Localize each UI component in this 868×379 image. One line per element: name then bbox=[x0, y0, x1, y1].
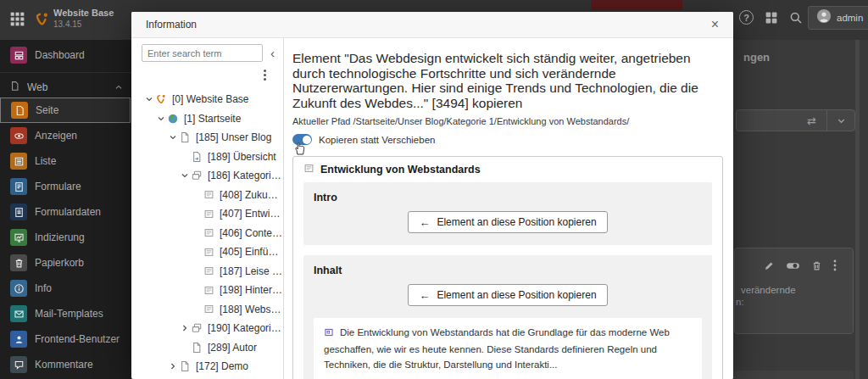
form-icon bbox=[10, 178, 27, 195]
list-icon bbox=[10, 153, 27, 170]
tree-node[interactable]: [408] Zukunft... bbox=[131, 186, 283, 205]
site-version: 13.4.15 bbox=[53, 20, 114, 31]
collapse-tree-button[interactable]: ‹ bbox=[269, 47, 276, 59]
tree-node[interactable]: [172] Demo bbox=[131, 357, 283, 376]
sidebar-item-seite[interactable]: Seite bbox=[0, 98, 131, 123]
background-content-card: verändernde n: bbox=[734, 248, 854, 334]
sidebar-item-anzeigen[interactable]: Anzeigen bbox=[0, 123, 132, 148]
sidebar-item-label: Frontend-Benutzer bbox=[35, 333, 120, 345]
arrow-left-icon: ← bbox=[419, 217, 430, 228]
sidebar-item-label: Formulardaten bbox=[35, 206, 101, 218]
sidebar-item-dashboard[interactable]: Dashboard bbox=[0, 42, 132, 68]
tree-node[interactable]: [289] Autor bbox=[131, 338, 283, 358]
search-icon[interactable] bbox=[788, 10, 804, 25]
tree-node[interactable]: [405] Einführ... bbox=[131, 242, 283, 262]
chevron-down-icon[interactable] bbox=[143, 95, 154, 103]
sidebar-item-indizierung[interactable]: Indizierung bbox=[0, 225, 132, 250]
tree-node[interactable]: [190] Kategorie 2 bbox=[131, 319, 283, 338]
formdata-icon bbox=[10, 203, 27, 220]
sidebar-item-label: Seite bbox=[36, 104, 58, 116]
tree-node-label: [188] Websta... bbox=[220, 304, 283, 315]
content-icon bbox=[202, 265, 215, 276]
help-icon[interactable]: ? bbox=[739, 10, 754, 25]
sidebar-item-kommentare[interactable]: Kommentare bbox=[0, 352, 132, 377]
copy-button-label: Element an diese Position kopieren bbox=[437, 289, 596, 301]
pageDoc-icon bbox=[178, 131, 192, 143]
information-modal: Information × ‹ [0] Website Base[1] Star… bbox=[131, 12, 733, 379]
swap-arrows-icon: ⇄ bbox=[797, 114, 826, 127]
tree-node[interactable]: [0] Website Base bbox=[131, 90, 283, 109]
visibility-toggle-icon bbox=[786, 259, 800, 275]
content-icon bbox=[202, 304, 215, 315]
section-title: Inhalt bbox=[314, 265, 702, 276]
module-menu-toggle-icon[interactable] bbox=[9, 11, 26, 28]
tree-node[interactable]: [198] Hinter d... bbox=[131, 281, 283, 300]
chevron-right-icon[interactable] bbox=[179, 324, 190, 332]
tree-node[interactable]: [407] Entwickl... bbox=[131, 204, 283, 224]
sidebar-item-formulare[interactable]: Formulare bbox=[0, 174, 132, 199]
page-outline-icon bbox=[9, 80, 20, 95]
delete-trash-icon bbox=[811, 259, 822, 275]
tree-node-label: [186] Kategorie 1 bbox=[208, 170, 283, 181]
tree-node-label: [408] Zukunft... bbox=[220, 189, 283, 201]
dashboard-icon bbox=[10, 47, 27, 64]
tree-options-icon[interactable] bbox=[260, 66, 270, 84]
tree-node[interactable]: [186] Kategorie 1 bbox=[131, 166, 283, 186]
avatar-icon bbox=[816, 8, 832, 27]
sidebar-item-label: Formulare bbox=[35, 181, 81, 192]
chevron-down-icon[interactable] bbox=[179, 171, 190, 180]
tree-node-label: [1] Startseite bbox=[184, 113, 241, 125]
tree-node-label: [289] Autor bbox=[208, 342, 257, 354]
tree-node-label: [189] Übersicht bbox=[208, 151, 276, 163]
tree-search-input[interactable] bbox=[142, 44, 263, 62]
content-icon bbox=[202, 209, 215, 220]
user-menu-button[interactable]: admin bbox=[808, 6, 868, 30]
tree-node[interactable]: [406] Content... bbox=[131, 224, 283, 243]
background-text-fragment: verändernde bbox=[741, 285, 853, 295]
site-name: Website Base bbox=[53, 8, 114, 20]
copy-to-position-button[interactable]: ←Element an diese Position kopieren bbox=[408, 211, 607, 233]
page-icon bbox=[11, 102, 28, 119]
chevron-down-icon[interactable] bbox=[155, 114, 166, 123]
sidebar-group-web[interactable]: Web bbox=[0, 76, 132, 98]
sidebar-item-frontend-benutzer[interactable]: Frontend-Benutzer bbox=[0, 326, 132, 352]
user-icon bbox=[10, 331, 27, 348]
copy-to-position-button[interactable]: ←Element an diese Position kopieren bbox=[408, 284, 607, 306]
tree-node[interactable]: [189] Übersicht bbox=[131, 148, 283, 167]
tree-node[interactable]: [188] Websta... bbox=[131, 300, 283, 320]
background-heading-fragment: ngen bbox=[743, 51, 770, 64]
tree-node-label: [198] Hinter d... bbox=[220, 284, 283, 296]
modal-title: Information bbox=[146, 19, 197, 31]
copy-instead-toggle[interactable] bbox=[292, 134, 312, 145]
sidebar-divider bbox=[0, 72, 132, 73]
background-toolbar: ⇄ bbox=[736, 109, 855, 131]
tree-node-label: [190] Kategorie 2 bbox=[208, 322, 283, 334]
tree-node-label: [187] Leise Sc... bbox=[220, 265, 283, 277]
close-icon[interactable]: × bbox=[708, 16, 722, 33]
tree-node[interactable]: [185] Unser Blog bbox=[131, 128, 283, 148]
chevron-up-icon bbox=[114, 80, 123, 95]
chart-icon bbox=[10, 229, 27, 246]
modal-header: Information × bbox=[131, 12, 733, 38]
background-danger-button bbox=[591, 0, 682, 10]
eye-icon bbox=[10, 127, 27, 144]
chevron-right-icon[interactable] bbox=[167, 362, 178, 371]
chevron-down-icon[interactable] bbox=[167, 133, 178, 142]
tree-node-label: [0] Website Base bbox=[172, 93, 249, 105]
tree-node-label: [407] Entwickl... bbox=[220, 208, 283, 220]
pages-icon bbox=[190, 322, 203, 334]
sidebar-item-mail-templates[interactable]: Mail-Templates bbox=[0, 301, 132, 326]
mail-icon bbox=[10, 305, 27, 322]
modules-grid-icon[interactable] bbox=[764, 10, 779, 25]
trash-icon bbox=[10, 254, 27, 271]
panel-section-intro: Intro←Element an diese Position kopieren bbox=[303, 182, 712, 245]
page-tree-panel: ‹ [0] Website Base[1] Startseite[185] Un… bbox=[131, 38, 284, 379]
shortcut-icon bbox=[190, 151, 203, 163]
sidebar-item-formulardaten[interactable]: Formulardaten bbox=[0, 199, 132, 225]
sidebar-item-info[interactable]: Info bbox=[0, 276, 132, 301]
background-scrollbar bbox=[855, 40, 860, 379]
tree-node[interactable]: [1] Startseite bbox=[131, 109, 283, 129]
sidebar-item-liste[interactable]: Liste bbox=[0, 148, 132, 174]
tree-node[interactable]: [187] Leise Sc... bbox=[131, 262, 283, 281]
sidebar-item-papierkorb[interactable]: Papierkorb bbox=[0, 250, 132, 276]
